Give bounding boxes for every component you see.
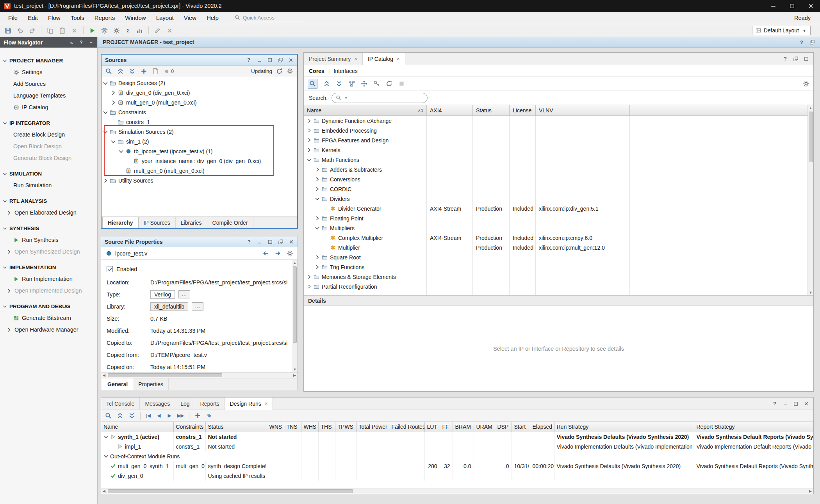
tree-expander-icon[interactable] bbox=[306, 118, 312, 124]
column-header-name[interactable]: Name∧1 bbox=[304, 105, 427, 115]
close-icon[interactable] bbox=[804, 401, 809, 406]
help-icon[interactable]: ? bbox=[783, 56, 788, 62]
tree-expander-icon[interactable] bbox=[110, 138, 116, 145]
catalog-row-embedded-processing[interactable]: Embedded Processing bbox=[304, 126, 813, 135]
section-chevron-icon[interactable] bbox=[2, 265, 7, 270]
step-back-icon[interactable]: ◀ bbox=[156, 412, 162, 419]
tab-ip-catalog[interactable]: IP Catalog× bbox=[363, 53, 405, 65]
float-icon[interactable] bbox=[793, 56, 799, 62]
settings-icon[interactable] bbox=[287, 68, 293, 75]
column-header-ths[interactable]: THS bbox=[318, 422, 335, 432]
window-close-button[interactable] bbox=[801, 0, 820, 12]
collapse-all-icon[interactable] bbox=[117, 68, 124, 75]
menu-flow[interactable]: Flow bbox=[43, 14, 66, 21]
run-row-mult-gen-0-synth-1[interactable]: mult_gen_0_synth_1mult_gen_0synth_design… bbox=[101, 461, 813, 471]
maximize-icon[interactable] bbox=[267, 57, 273, 63]
delete-icon[interactable] bbox=[71, 27, 78, 34]
add-sources-icon[interactable] bbox=[141, 68, 147, 75]
scrollbar-thumb[interactable] bbox=[108, 489, 353, 493]
catalog-row-dynamic-function-exchange[interactable]: Dynamic Function eXchange bbox=[304, 116, 813, 126]
scrollbar-thumb[interactable] bbox=[108, 373, 222, 377]
column-header-license[interactable]: License bbox=[510, 105, 536, 115]
undo-icon[interactable] bbox=[17, 27, 23, 34]
settings-icon[interactable] bbox=[287, 250, 293, 257]
nav-section-implementation[interactable]: IMPLEMENTATION bbox=[0, 261, 97, 273]
float-icon[interactable] bbox=[278, 57, 283, 63]
tree-expander-icon[interactable] bbox=[110, 90, 116, 96]
nav-item-open-hardware-manager[interactable]: Open Hardware Manager bbox=[0, 324, 97, 335]
search-icon[interactable] bbox=[105, 68, 112, 75]
edit-icon[interactable] bbox=[154, 27, 161, 34]
quick-access-search[interactable]: Quick Access bbox=[235, 14, 303, 22]
column-header-ff[interactable]: FF bbox=[440, 422, 453, 432]
tree-expander[interactable] bbox=[315, 167, 322, 172]
column-header-wns[interactable]: WNS bbox=[267, 422, 284, 432]
tree-expander[interactable] bbox=[119, 148, 125, 154]
tab-project-summary[interactable]: Project Summary× bbox=[304, 53, 363, 65]
scroll-down-icon[interactable]: ▼ bbox=[292, 366, 298, 372]
nav-item-open-elaborated-design[interactable]: Open Elaborated Design bbox=[0, 207, 97, 218]
minimize-icon[interactable] bbox=[257, 57, 262, 63]
property-value-editor[interactable]: Verilog bbox=[150, 290, 175, 299]
column-header-tns[interactable]: TNS bbox=[284, 422, 301, 432]
minimize-icon[interactable] bbox=[257, 239, 262, 245]
subnav-cores[interactable]: Cores bbox=[309, 68, 324, 74]
search-icon[interactable] bbox=[105, 412, 112, 419]
menu-window[interactable]: Window bbox=[120, 14, 151, 21]
nav-section-simulation[interactable]: SIMULATION bbox=[0, 168, 97, 179]
help-icon[interactable]: ? bbox=[799, 39, 804, 45]
tree-expander[interactable] bbox=[307, 284, 314, 289]
catalog-row-divider-generator[interactable]: Divider GeneratorAXI4-StreamProductionIn… bbox=[304, 204, 813, 213]
nav-item-run-synthesis[interactable]: Run Synthesis bbox=[0, 234, 97, 246]
column-header-status[interactable]: Status bbox=[205, 422, 267, 432]
help-icon[interactable]: ? bbox=[246, 57, 251, 63]
column-header-bram[interactable]: BRAM bbox=[453, 422, 474, 432]
expand-icon[interactable] bbox=[6, 288, 12, 294]
tab-properties[interactable]: Properties bbox=[133, 378, 169, 390]
tree-expander-icon[interactable] bbox=[314, 215, 320, 221]
tree-expander-icon[interactable] bbox=[306, 157, 312, 163]
run-row-out-of-context-module-runs[interactable]: Out-of-Context Module Runs bbox=[101, 451, 813, 461]
properties-panel-header[interactable]: Source File Properties ? bbox=[101, 236, 298, 247]
menu-help[interactable]: Help bbox=[201, 14, 224, 21]
run-row-div-gen-0[interactable]: div_gen_0Using cached IP results bbox=[101, 471, 813, 481]
browse-button[interactable]: … bbox=[178, 290, 190, 298]
tree-expander-icon[interactable] bbox=[314, 254, 320, 260]
message-count-badge[interactable]: 0 bbox=[164, 68, 174, 74]
collapse-all-icon[interactable] bbox=[117, 412, 123, 419]
back-icon[interactable] bbox=[262, 250, 269, 257]
refresh-icon[interactable] bbox=[386, 80, 392, 87]
run-icon[interactable] bbox=[89, 27, 96, 34]
tab-ip-sources[interactable]: IP Sources bbox=[139, 217, 176, 228]
catalog-row-kernels[interactable]: Kernels bbox=[304, 145, 813, 155]
tab-libraries[interactable]: Libraries bbox=[176, 217, 207, 228]
expand-all-icon[interactable] bbox=[336, 80, 342, 87]
license-key-icon[interactable] bbox=[373, 80, 380, 87]
nav-section-synthesis[interactable]: SYNTHESIS bbox=[0, 222, 97, 234]
nav-item-settings[interactable]: Settings bbox=[0, 66, 97, 78]
tree-expander[interactable] bbox=[315, 176, 322, 182]
tree-expander[interactable] bbox=[307, 274, 314, 280]
column-header-report-strategy[interactable]: Report Strategy bbox=[694, 422, 813, 432]
tree-expander[interactable] bbox=[103, 129, 110, 135]
window-minimize-button[interactable] bbox=[764, 0, 783, 12]
tree-item-constrs-1[interactable]: constrs_1 bbox=[102, 117, 297, 127]
tree-expander[interactable] bbox=[315, 196, 322, 202]
column-header-elapsed[interactable]: Elapsed bbox=[530, 422, 554, 432]
close-icon[interactable] bbox=[289, 239, 294, 245]
tree-expander-icon[interactable] bbox=[103, 434, 109, 440]
help-icon[interactable]: ? bbox=[78, 39, 84, 46]
catalog-search-input[interactable]: ▾ bbox=[332, 93, 428, 103]
help-icon[interactable]: ? bbox=[772, 401, 777, 406]
tree-expander-icon[interactable] bbox=[314, 176, 320, 182]
column-header-lut[interactable]: LUT bbox=[424, 422, 440, 432]
tab-compile-order[interactable]: Compile Order bbox=[207, 217, 253, 228]
tree-expander[interactable] bbox=[307, 118, 314, 124]
float-icon[interactable] bbox=[809, 39, 815, 45]
catalog-row-fpga-features-and-design[interactable]: FPGA Features and Design bbox=[304, 135, 813, 145]
catalog-row-multiplier[interactable]: MultiplierProductionIncludedxilinx.com:i… bbox=[304, 243, 813, 252]
tree-expander[interactable] bbox=[103, 109, 110, 115]
scroll-right-icon[interactable]: ▶ bbox=[292, 373, 298, 378]
catalog-row-partial-reconfiguration[interactable]: Partial Reconfiguration bbox=[304, 282, 813, 291]
column-header-uram[interactable]: URAM bbox=[474, 422, 495, 432]
